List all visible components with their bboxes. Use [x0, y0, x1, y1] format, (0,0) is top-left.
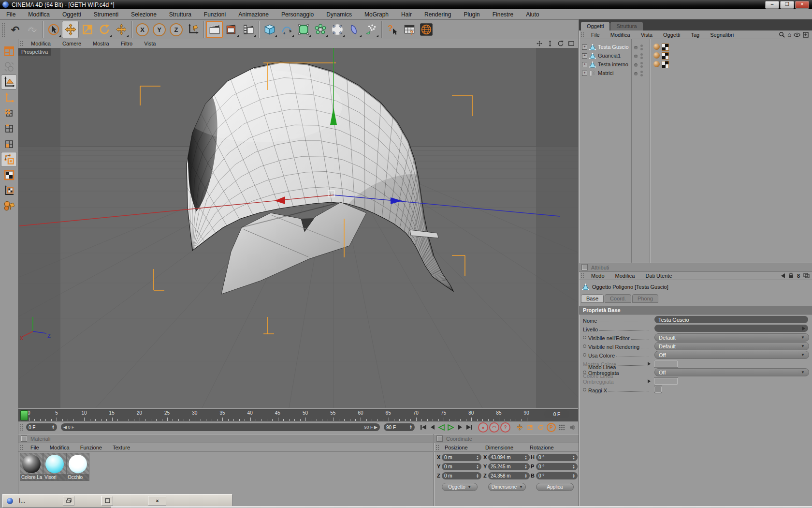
- menu-plugin[interactable]: Plugin: [457, 11, 486, 18]
- range-slider-left[interactable]: ◀ 0 F: [63, 425, 74, 430]
- om-menu-file[interactable]: File: [586, 32, 605, 38]
- preview-range-slider[interactable]: ◀ 0 F 90 F ▶: [61, 423, 380, 431]
- playrow-grip[interactable]: [20, 423, 24, 431]
- texture-mode-button[interactable]: [1, 167, 17, 182]
- apply-button[interactable]: Applica: [536, 483, 574, 491]
- viewport-zoom-icon[interactable]: [545, 40, 555, 47]
- minimize-button[interactable]: –: [765, 1, 779, 9]
- undo-button[interactable]: ↶: [7, 21, 24, 38]
- move-tool-button[interactable]: [62, 21, 79, 38]
- rot-p-field[interactable]: 0 °▲▼: [536, 463, 578, 470]
- object-name[interactable]: Matrici: [598, 70, 613, 76]
- rot-h-field[interactable]: 0 °▲▼: [536, 454, 578, 461]
- section-proprieta-base[interactable]: Proprietà Base: [579, 306, 812, 314]
- menu-dynamics[interactable]: Dynamics: [320, 11, 358, 18]
- live-selection-button[interactable]: [45, 21, 62, 38]
- size-z-field[interactable]: 24.358 m▲▼: [488, 472, 530, 479]
- vp-menu-vista[interactable]: Vista: [138, 41, 161, 46]
- attr-menu-modifica[interactable]: Modifica: [610, 273, 640, 279]
- record-rotation-button[interactable]: [536, 423, 545, 432]
- lock-z-axis-button[interactable]: Z: [168, 21, 185, 38]
- om-menu-modifica[interactable]: Modifica: [605, 32, 636, 38]
- coordinates-header[interactable]: Coordinate: [434, 434, 579, 443]
- menu-rendering[interactable]: Rendering: [418, 11, 457, 18]
- expand-icon[interactable]: +: [582, 71, 587, 76]
- add-array-button[interactable]: [312, 21, 329, 38]
- material-occhio[interactable]: Occhio: [66, 453, 89, 481]
- menu-strumenti[interactable]: Strumenti: [87, 11, 125, 18]
- colore-linea-swatch[interactable]: [654, 378, 678, 385]
- current-frame-field[interactable]: 0 F: [544, 410, 569, 418]
- tab-base[interactable]: Base: [581, 294, 604, 303]
- add-symmetry-button[interactable]: [329, 21, 346, 38]
- tab-phong[interactable]: Phong: [632, 294, 658, 303]
- tag-row[interactable]: [653, 44, 669, 51]
- expand-icon[interactable]: +: [582, 53, 587, 59]
- size-y-field[interactable]: 25.245 m▲▼: [488, 463, 530, 470]
- add-spline-button[interactable]: +: [278, 21, 295, 38]
- menu-struttura[interactable]: Struttura: [163, 11, 198, 18]
- menu-finestre[interactable]: Finestre: [486, 11, 520, 18]
- content-browser-button[interactable]: ?: [401, 21, 418, 38]
- visibile-editor-dropdown[interactable]: Default▼: [654, 333, 809, 342]
- goto-start-button[interactable]: [419, 423, 428, 432]
- menu-animazione[interactable]: Animazione: [232, 11, 275, 18]
- om-grip[interactable]: [580, 32, 584, 38]
- record-keyframe-button[interactable]: ●: [478, 422, 488, 433]
- size-mode-dropdown[interactable]: Dimensione▼: [488, 483, 526, 491]
- add-hypernurbs-button[interactable]: [295, 21, 312, 38]
- maximize-icon[interactable]: [102, 496, 113, 506]
- mat-menu-modifica[interactable]: Modifica: [44, 445, 75, 450]
- rot-b-field[interactable]: 0 °▲▼: [536, 472, 578, 479]
- autokey-button[interactable]: ◠: [489, 422, 499, 433]
- menu-personaggio[interactable]: Personaggio: [275, 11, 320, 18]
- tab-struttura[interactable]: Struttura: [610, 22, 642, 30]
- range-slider-right[interactable]: 90 F ▶: [364, 425, 377, 430]
- stepper-icon[interactable]: ▲▼: [50, 425, 55, 430]
- add-particles-button[interactable]: [362, 21, 379, 38]
- range-end-field[interactable]: 90 F▲▼: [384, 423, 415, 431]
- phong-tag-icon[interactable]: [653, 44, 660, 50]
- uvw-tag-icon[interactable]: [662, 52, 669, 60]
- texture-axis-mode-button[interactable]: [1, 183, 17, 198]
- render-to-viewer-button[interactable]: [240, 21, 257, 38]
- frame-icon[interactable]: [803, 273, 810, 278]
- expand-icon[interactable]: +: [582, 62, 587, 67]
- vp-menu-mostra[interactable]: Mostra: [87, 41, 115, 46]
- uvw-tag-icon[interactable]: [662, 44, 669, 51]
- om-menu-tag[interactable]: Tag: [685, 32, 705, 38]
- redo-button[interactable]: ↷: [24, 21, 41, 38]
- keyframe-selection-icon[interactable]: [557, 423, 566, 432]
- visibility-dots[interactable]: [634, 53, 643, 59]
- close-button[interactable]: ×: [795, 1, 809, 9]
- livello-picker-icon[interactable]: [802, 327, 805, 330]
- sound-icon[interactable]: [568, 423, 577, 432]
- object-row-matrici[interactable]: + Matrici: [582, 69, 613, 77]
- menu-hair[interactable]: Hair: [395, 11, 418, 18]
- vp-menu-camere[interactable]: Camere: [57, 41, 87, 46]
- points-mode-button[interactable]: [1, 105, 17, 120]
- uvw-tag-icon[interactable]: [662, 61, 669, 68]
- material-visori[interactable]: Visori: [43, 453, 66, 481]
- materials-header[interactable]: Materiali: [18, 434, 433, 443]
- help-button[interactable]: ?: [384, 21, 401, 38]
- render-view-button[interactable]: [206, 21, 223, 38]
- global-mode-button[interactable]: [1, 59, 17, 74]
- mat-menu-file[interactable]: File: [25, 445, 44, 450]
- rotate-tool-button[interactable]: [96, 21, 113, 38]
- usa-colore-dropdown[interactable]: Off▼: [654, 351, 809, 359]
- previous-frame-button[interactable]: [428, 423, 437, 432]
- object-mode-dropdown[interactable]: Oggetto▼: [442, 483, 478, 491]
- om-menu-vista[interactable]: Vista: [636, 32, 658, 38]
- lock-x-axis-button[interactable]: X: [134, 21, 151, 38]
- timeline-playhead[interactable]: [20, 410, 28, 420]
- lock-y-axis-button[interactable]: Y: [151, 21, 168, 38]
- menu-mograph[interactable]: MoGraph: [358, 11, 395, 18]
- record-scale-button[interactable]: [525, 423, 535, 432]
- layout-button[interactable]: [1, 44, 17, 59]
- menu-oggetti[interactable]: Oggetti: [56, 11, 87, 18]
- lock-icon[interactable]: [788, 272, 794, 279]
- toolbar-grip[interactable]: [1, 22, 5, 37]
- vp-menu-filtro[interactable]: Filtro: [115, 41, 138, 46]
- range-start-field[interactable]: 0 F▲▼: [26, 423, 57, 431]
